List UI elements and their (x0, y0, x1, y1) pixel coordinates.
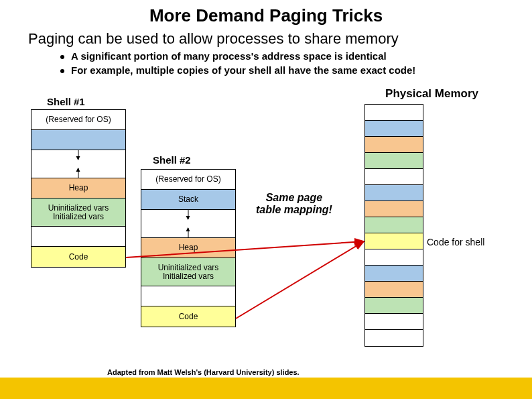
svg-line-2 (236, 241, 364, 319)
memory-cell (31, 227, 125, 247)
memory-cell (365, 249, 423, 266)
memory-cell: Code (31, 247, 125, 267)
memory-cell (365, 185, 423, 201)
memory-cell (365, 330, 423, 346)
memory-cell (31, 150, 125, 178)
memory-cell: Uninitialized varsInitialized vars (141, 258, 235, 286)
slide-title: More Demand Paging Tricks (0, 5, 532, 26)
memory-cell: (Reserved for OS) (141, 170, 235, 190)
physical-memory-label: Physical Memory (385, 87, 478, 101)
memory-cell (31, 130, 125, 150)
slide-subtitle: Paging can be used to allow processes to… (28, 30, 532, 48)
memory-cell (365, 169, 423, 185)
shell2-label: Shell #2 (153, 154, 191, 166)
bullet-item: For example, multiple copies of your she… (60, 64, 532, 76)
shell2-memory: (Reserved for OS)StackHeapUninitialized … (141, 169, 236, 327)
bullet-text: For example, multiple copies of your she… (71, 64, 415, 76)
memory-cell (365, 121, 423, 137)
same-mapping-label: Same pagetable mapping! (256, 192, 332, 217)
bullet-icon (60, 55, 64, 59)
memory-cell (141, 210, 235, 238)
memory-cell: Heap (141, 238, 235, 258)
bullet-list: A significant portion of many process's … (60, 50, 532, 76)
shell1-memory: (Reserved for OS)HeapUninitialized varsI… (31, 109, 126, 268)
shell1-label: Shell #1 (47, 96, 85, 107)
footer-bar (0, 378, 532, 399)
bullet-item: A significant portion of many process's … (60, 50, 532, 62)
bullet-icon (60, 69, 64, 73)
footer-text: Adapted from Matt Welsh's (Harvard Unive… (107, 368, 300, 376)
memory-cell (365, 314, 423, 330)
memory-cell (365, 201, 423, 217)
memory-cell (141, 286, 235, 306)
memory-cell: Uninitialized varsInitialized vars (31, 198, 125, 227)
memory-cell (365, 282, 423, 298)
memory-cell (365, 153, 423, 169)
memory-cell (365, 105, 423, 121)
memory-cell: (Reserved for OS) (31, 110, 125, 130)
memory-cell: Stack (141, 190, 235, 210)
memory-cell (365, 137, 423, 153)
code-for-shell-label: Code for shell (427, 237, 484, 247)
memory-cell (365, 298, 423, 314)
memory-cell: Heap (31, 178, 125, 198)
memory-cell (365, 266, 423, 282)
bullet-text: A significant portion of many process's … (71, 50, 387, 62)
physical-memory (364, 104, 423, 347)
memory-cell (365, 233, 423, 249)
memory-cell (365, 217, 423, 233)
memory-cell: Code (141, 306, 235, 327)
